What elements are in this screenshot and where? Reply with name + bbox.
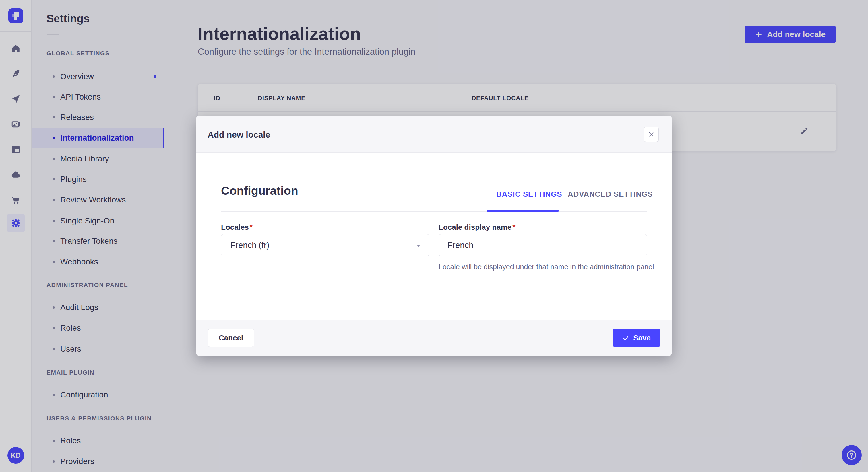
display-name-label: Locale display name* [439,223,515,232]
required-asterisk: * [513,223,515,231]
close-button[interactable] [644,127,659,142]
add-locale-modal: Add new locale Configuration BASIC SETTI… [196,116,672,356]
configuration-title: Configuration [221,184,298,198]
check-icon [622,335,629,341]
display-name-hint: Locale will be displayed under that name… [439,262,655,272]
tab-advanced-settings[interactable]: ADVANCED SETTINGS [568,190,653,199]
tab-basic-settings[interactable]: BASIC SETTINGS [496,190,562,199]
locales-select[interactable]: French (fr) [221,234,429,256]
tabs-divider [221,211,647,212]
modal-title: Add new locale [208,130,270,140]
active-tab-underline [487,210,559,212]
caret-down-icon [415,243,422,249]
modal-footer: Cancel Save [196,320,672,356]
save-button[interactable]: Save [613,329,660,347]
locales-select-value: French (fr) [230,241,269,250]
close-icon [648,131,654,138]
cancel-button[interactable]: Cancel [208,329,254,347]
locales-label: Locales* [221,223,253,232]
display-name-input[interactable] [439,234,647,256]
modal-body: Configuration BASIC SETTINGS ADVANCED SE… [196,153,672,320]
modal-header: Add new locale [196,116,672,153]
required-asterisk: * [250,223,253,231]
